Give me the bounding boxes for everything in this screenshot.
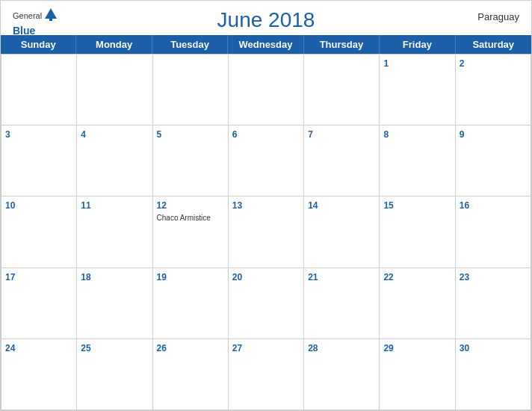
date-number: 10 [5,200,72,212]
calendar-cell: 8 [380,126,455,197]
date-number: 2 [460,58,527,70]
date-number: 19 [157,271,224,284]
calendar-cell: 15 [380,197,455,268]
date-number: 5 [157,129,224,141]
day-tuesday: Tuesday [152,35,228,54]
date-number: 18 [81,271,148,284]
calendar-cell: 1 [380,55,455,126]
date-number: 29 [383,342,451,355]
date-number: 28 [308,342,375,355]
calendar-cell: 20 [229,268,304,339]
calendar-cell: 0 [77,55,152,126]
date-number: 15 [383,200,451,212]
calendar-cell: 12Chaco Armistice [153,197,229,268]
day-sunday: Sunday [1,35,76,54]
date-number: 11 [81,200,148,212]
calendar-cell: 0 [153,55,229,126]
country-label: Paraguay [477,11,519,22]
calendar-cell: 0 [1,55,77,126]
date-number: 20 [232,271,300,284]
calendar-cell: 11 [77,197,152,268]
date-number: 1 [383,58,451,70]
calendar-cell: 6 [229,126,304,197]
calendar-cell: 3 [1,126,77,197]
date-number: 26 [157,342,224,355]
calendar-cell: 0 [229,55,304,126]
date-number: 8 [383,129,451,141]
date-number: 0 [5,58,72,70]
logo-blue-text: Blue [13,25,35,37]
calendar-header: General Blue June 2018 Paraguay [1,1,531,35]
calendar-cell: 16 [456,197,531,268]
calendar-cell: 17 [1,268,77,339]
day-monday: Monday [76,35,152,54]
calendar-cell: 10 [1,197,77,268]
calendar-cell: 27 [229,339,304,410]
logo-area: General Blue [13,7,58,37]
calendar-cell: 18 [77,268,152,339]
day-wednesday: Wednesday [228,35,303,54]
calendar-cell: 19 [153,268,229,339]
calendar-cell: 2 [456,55,531,126]
day-friday: Friday [380,35,455,54]
date-number: 0 [157,58,224,70]
date-number: 6 [232,129,300,141]
date-number: 0 [232,58,300,70]
calendar-cell: 14 [304,197,380,268]
date-number: 13 [232,200,300,212]
calendar-cell: 23 [456,268,531,339]
logo-general-text: General [13,11,42,20]
date-number: 14 [308,200,375,212]
day-headers: Sunday Monday Tuesday Wednesday Thursday… [1,35,531,54]
calendar-cell: 0 [304,55,380,126]
date-number: 4 [81,129,148,141]
calendar-cell: 4 [77,126,152,197]
day-thursday: Thursday [304,35,380,54]
date-number: 25 [81,342,148,355]
date-number: 27 [232,342,300,355]
date-number: 22 [383,271,451,284]
date-number: 7 [308,129,375,141]
calendar-cell: 21 [304,268,380,339]
date-number: 16 [460,200,527,212]
date-number: 21 [308,271,375,284]
date-number: 24 [5,342,72,355]
calendar-container: General Blue June 2018 Paraguay Sunday M… [0,0,532,411]
calendar-cell: 28 [304,339,380,410]
date-number: 30 [460,342,527,355]
date-number: 0 [81,58,148,70]
calendar-cell: 5 [153,126,229,197]
calendar-cell: 26 [153,339,229,410]
date-number: 0 [308,58,375,70]
calendar-cell: 25 [77,339,152,410]
calendar-cell: 9 [456,126,531,197]
calendar-cell: 22 [380,268,455,339]
date-number: 23 [460,271,527,284]
date-number: 9 [460,129,527,141]
day-saturday: Saturday [456,35,531,54]
calendar-grid: 00000123456789101112Chaco Armistice13141… [1,54,531,410]
event-label: Chaco Armistice [157,214,224,222]
calendar-cell: 29 [380,339,455,410]
calendar-cell: 30 [456,339,531,410]
logo-icon [43,7,58,25]
date-number: 3 [5,129,72,141]
date-number: 12 [157,200,224,212]
date-number: 17 [5,271,72,284]
svg-marker-0 [45,8,57,19]
month-title: June 2018 [217,8,315,32]
calendar-cell: 7 [304,126,380,197]
calendar-cell: 13 [229,197,304,268]
calendar-cell: 24 [1,339,77,410]
svg-rect-1 [49,19,52,21]
